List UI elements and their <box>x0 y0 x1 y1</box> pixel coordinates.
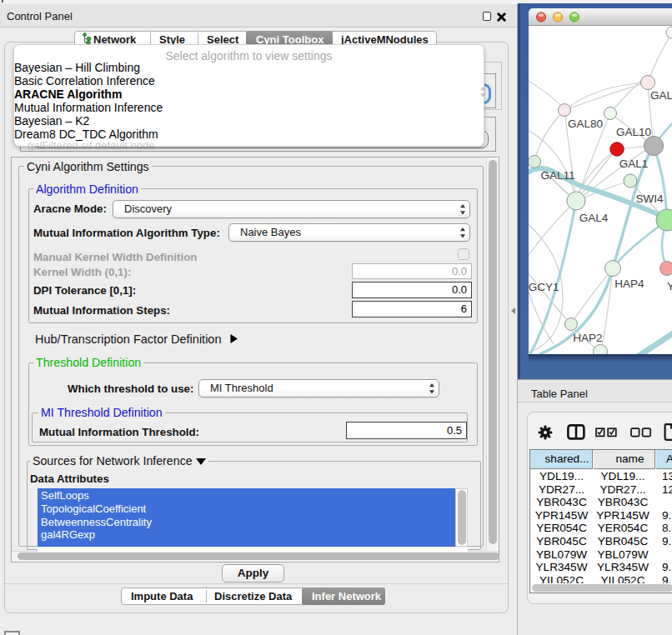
svg-text:GAL1: GAL1 <box>619 158 649 170</box>
svg-text:Y: Y <box>667 280 672 292</box>
svg-text:GAL80: GAL80 <box>568 118 603 130</box>
svg-text:GAL10: GAL10 <box>616 126 651 138</box>
svg-text:SWI4: SWI4 <box>635 192 663 205</box>
svg-text:GAL7: GAL7 <box>650 89 672 102</box>
svg-text:HAP4: HAP4 <box>614 278 644 290</box>
svg-text:GCY1: GCY1 <box>529 281 559 293</box>
svg-text:GAL4: GAL4 <box>579 212 609 224</box>
svg-text:HAP2: HAP2 <box>573 332 602 344</box>
svg-text:GAL11: GAL11 <box>540 169 574 182</box>
